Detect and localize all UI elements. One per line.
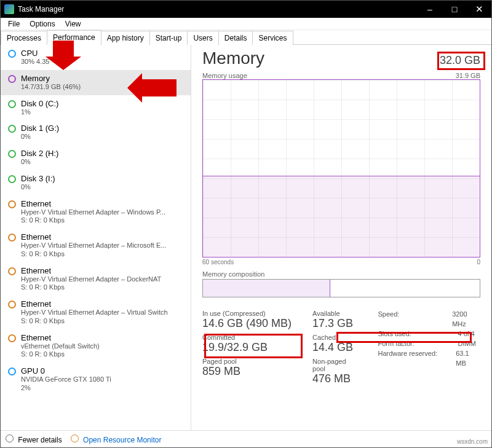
slots-value: 4 of 4 <box>458 329 475 339</box>
window-title: Task Manager <box>18 5 418 14</box>
committed-label: Committed <box>202 334 292 341</box>
cached-value: 14.4 GB <box>312 341 357 354</box>
sidebar-item-cpu[interactable]: CPU 30% 4.35 <box>1 45 191 70</box>
menubar: File Options View <box>1 18 491 30</box>
menu-options[interactable]: Options <box>25 18 60 29</box>
fewer-details-button[interactable]: Fewer details <box>6 434 62 444</box>
sidebar-item-gpu[interactable]: GPU 0 NVIDIA GeForce GTX 1080 Ti 2% <box>1 363 191 396</box>
composition-label: Memory composition <box>202 270 264 278</box>
axis-right: 0 <box>477 259 480 265</box>
memory-name: Memory <box>21 74 81 83</box>
paged-value: 859 MB <box>202 365 292 378</box>
usage-max: 31.9 GB <box>456 72 480 79</box>
in-use-value: 14.6 GB (490 MB) <box>202 317 292 330</box>
speed-label: Speed: <box>378 310 440 329</box>
ethernet-icon <box>8 267 16 275</box>
app-icon <box>4 4 14 14</box>
available-label: Available <box>312 310 357 317</box>
form-label: Form factor: <box>378 339 445 349</box>
sidebar-item-ethernet-0[interactable]: Ethernet Hyper-V Virtual Ethernet Adapte… <box>1 195 191 229</box>
sidebar-item-ethernet-1[interactable]: Ethernet Hyper-V Virtual Ethernet Adapte… <box>1 229 191 262</box>
memory-usage-fill <box>203 176 480 257</box>
sidebar-item-disk1[interactable]: Disk 1 (G:) 0% <box>1 120 191 145</box>
cpu-sub: 30% 4.35 <box>21 58 49 66</box>
body: CPU 30% 4.35 Memory 14.7/31.9 GB (46%) D… <box>1 45 491 430</box>
usage-label: Memory usage <box>202 72 247 79</box>
ethernet-icon <box>8 334 16 342</box>
sidebar-item-ethernet-3[interactable]: Ethernet Hyper-V Virtual Ethernet Adapte… <box>1 296 191 329</box>
disk-icon <box>8 125 16 133</box>
disk-icon <box>8 100 16 108</box>
chevron-up-icon <box>6 434 14 442</box>
watermark: wsxdn.com <box>457 438 488 445</box>
cached-label: Cached <box>312 334 357 341</box>
menu-view[interactable]: View <box>60 18 86 29</box>
hwres-label: Hardware reserved: <box>378 349 443 369</box>
titlebar[interactable]: Task Manager – □ ✕ <box>1 1 491 18</box>
memory-composition-chart <box>202 279 480 297</box>
memory-icon <box>8 75 16 83</box>
ethernet-icon <box>8 200 16 208</box>
memory-capacity: 32.0 GB <box>440 54 480 67</box>
ethernet-icon <box>8 234 16 242</box>
slots-label: Slots used: <box>378 329 445 339</box>
available-value: 17.3 GB <box>312 317 357 330</box>
tab-performance[interactable]: Performance <box>47 30 101 45</box>
resource-monitor-icon <box>71 434 79 442</box>
open-resource-monitor-link[interactable]: Open Resource Monitor <box>71 434 162 444</box>
menu-file[interactable]: File <box>3 18 25 29</box>
form-value: DIMM <box>458 339 475 349</box>
sidebar-item-memory[interactable]: Memory 14.7/31.9 GB (46%) <box>1 70 191 95</box>
committed-value: 19.9/32.9 GB <box>202 341 292 354</box>
close-button[interactable]: ✕ <box>467 1 491 18</box>
nonpaged-value: 476 MB <box>312 372 357 385</box>
tab-processes[interactable]: Processes <box>1 31 47 45</box>
memory-usage-chart <box>202 79 480 257</box>
main-panel: Memory 32.0 GB Memory usage 31.9 GB 60 s… <box>191 45 491 430</box>
composition-in-use <box>203 280 330 297</box>
cpu-icon <box>8 50 16 58</box>
tab-app-history[interactable]: App history <box>101 31 150 45</box>
ethernet-icon <box>8 301 16 308</box>
disk-icon <box>8 175 16 183</box>
paged-label: Paged pool <box>202 358 292 365</box>
memory-sub: 14.7/31.9 GB (46%) <box>21 83 81 92</box>
tab-services[interactable]: Services <box>252 31 293 45</box>
sidebar-item-disk2[interactable]: Disk 2 (H:) 0% <box>1 145 191 170</box>
speed-value: 3200 MHz <box>452 310 480 329</box>
sidebar-item-ethernet-2[interactable]: Ethernet Hyper-V Virtual Ethernet Adapte… <box>1 262 191 296</box>
tab-bar: Processes Performance App history Start-… <box>1 30 491 45</box>
minimize-button[interactable]: – <box>418 1 442 18</box>
axis-left: 60 seconds <box>202 259 234 265</box>
task-manager-window: Task Manager – □ ✕ File Options View Pro… <box>0 0 492 448</box>
nonpaged-label: Non-paged pool <box>312 358 357 372</box>
in-use-label: In use (Compressed) <box>202 310 292 317</box>
sidebar-item-ethernet-4[interactable]: Ethernet vEthernet (Default Switch) S: 0… <box>1 329 191 363</box>
cpu-name: CPU <box>21 49 49 58</box>
sidebar-item-disk3[interactable]: Disk 3 (I:) 0% <box>1 170 191 195</box>
page-title: Memory <box>202 49 264 68</box>
tab-details[interactable]: Details <box>218 31 253 45</box>
hwres-value: 63.1 MB <box>456 349 480 369</box>
sidebar-item-disk0[interactable]: Disk 0 (C:) 1% <box>1 95 191 120</box>
disk-icon <box>8 150 16 158</box>
footer: Fewer details Open Resource Monitor <box>1 430 491 447</box>
tab-users[interactable]: Users <box>187 31 218 45</box>
sidebar: CPU 30% 4.35 Memory 14.7/31.9 GB (46%) D… <box>1 45 191 430</box>
maximize-button[interactable]: □ <box>442 1 467 18</box>
tab-startup[interactable]: Start-up <box>149 31 188 45</box>
gpu-icon <box>8 367 16 375</box>
